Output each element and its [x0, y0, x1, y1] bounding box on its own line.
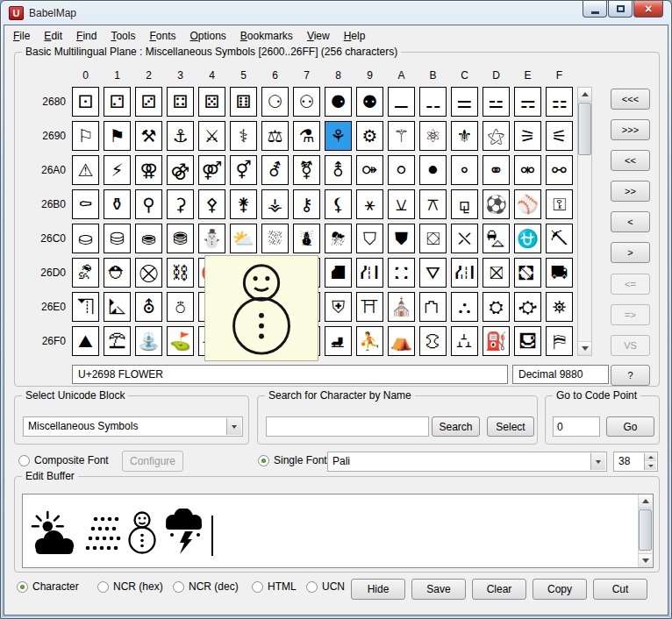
scrollbar-down-button[interactable]	[578, 341, 591, 355]
grid-cell[interactable]: ⚙	[356, 121, 383, 151]
single-font-radio[interactable]: Single Font	[258, 453, 327, 467]
grid-cell[interactable]: ⚹	[356, 189, 383, 219]
grid-cell[interactable]: ⚪	[388, 155, 415, 185]
grid-cell[interactable]: ⚓	[167, 121, 194, 151]
grid-cell[interactable]: ⛏	[546, 224, 573, 253]
cut-button[interactable]: Cut	[593, 579, 647, 600]
grid-cell[interactable]: ⛜	[451, 258, 478, 288]
grid-cell[interactable]: ⛛	[419, 258, 447, 288]
menu-fonts[interactable]: Fonts	[142, 27, 182, 45]
menu-bookmarks[interactable]: Bookmarks	[233, 27, 300, 45]
menu-find[interactable]: Find	[69, 27, 104, 45]
grid-cell[interactable]: ⚻	[419, 189, 447, 219]
grid-cell[interactable]: ⛚	[388, 258, 415, 288]
dropdown-button[interactable]	[226, 418, 241, 435]
menu-edit[interactable]: Edit	[37, 27, 69, 45]
output-mode-ucn[interactable]: UCN	[306, 580, 345, 594]
grid-cell[interactable]: ⛳	[167, 326, 194, 356]
scrollbar-thumb[interactable]	[578, 103, 591, 155]
grid-cell[interactable]: ⛼	[451, 326, 478, 356]
nav-prev-character-button[interactable]: <	[611, 211, 650, 232]
grid-cell[interactable]: ⛞	[514, 258, 541, 288]
grid-cell[interactable]: ⛋	[419, 224, 447, 253]
grid-cell[interactable]: ⛮	[514, 292, 541, 322]
nav-last-page-button[interactable]: >>>	[611, 119, 650, 140]
buffer-scrollbar[interactable]	[638, 494, 653, 567]
grid-cell[interactable]: ⚌	[451, 87, 478, 117]
grid-cell[interactable]: ⚜	[451, 121, 478, 151]
grid-cell[interactable]: ⚤	[198, 155, 225, 185]
grid-cell[interactable]: ⛸	[325, 326, 352, 356]
maximize-button[interactable]	[608, 1, 633, 18]
grid-cell[interactable]: ⛇	[293, 224, 320, 253]
grid-cell[interactable]: ⚕	[230, 121, 257, 151]
grid-cell[interactable]: ⚄	[198, 87, 225, 117]
grid-cell[interactable]: ⚃	[167, 87, 194, 117]
grid-cell[interactable]: ⛅	[230, 224, 257, 253]
grid-cell[interactable]: ⛨	[325, 292, 352, 322]
grid-cell[interactable]: ⚱	[104, 189, 131, 219]
grid-cell[interactable]: ⚋	[419, 87, 447, 117]
grid-cell[interactable]: ⚟	[546, 121, 573, 151]
grid-cell[interactable]: ⛁	[104, 224, 131, 253]
scrollbar-up-button[interactable]	[639, 494, 652, 509]
grid-cell[interactable]: ⚀	[72, 87, 99, 117]
grid-cell[interactable]: ⛒	[135, 258, 162, 288]
grid-cell[interactable]: ⚆	[261, 87, 289, 117]
copy-button[interactable]: Copy	[533, 579, 587, 600]
scrollbar-up-button[interactable]	[578, 88, 591, 102]
font-combo[interactable]: Pali	[327, 452, 607, 472]
grid-cell[interactable]: ⚫	[419, 155, 447, 185]
grid-cell[interactable]: ⚣	[167, 155, 194, 185]
grid-cell[interactable]: ⛹	[356, 326, 383, 356]
grid-cell[interactable]: ⚸	[325, 189, 352, 219]
grid-cell[interactable]: ⛑	[104, 258, 131, 288]
scrollbar-thumb[interactable]	[639, 509, 652, 551]
grid-cell[interactable]: ⚽	[483, 189, 510, 219]
grid-cell[interactable]: ⛪	[388, 292, 415, 322]
grid-cell[interactable]: ⛐	[72, 258, 99, 288]
grid-cell[interactable]: ⛩	[356, 292, 383, 322]
grid-cell[interactable]: ⚮	[514, 155, 541, 185]
grid-cell[interactable]: ⚂	[135, 87, 162, 117]
grid-cell[interactable]: ⚠	[72, 155, 99, 185]
scrollbar-down-button[interactable]	[639, 553, 652, 567]
minimize-button[interactable]	[583, 1, 607, 18]
grid-cell[interactable]: ⛉	[356, 224, 383, 253]
grid-cell[interactable]: ⛱	[104, 326, 131, 356]
nav-first-page-button[interactable]: <<<	[611, 89, 650, 110]
search-button[interactable]: Search	[432, 416, 480, 437]
grid-cell[interactable]: ⚗	[293, 121, 320, 151]
dropdown-button[interactable]	[590, 453, 605, 470]
grid-cell[interactable]: ⛃	[167, 224, 194, 253]
grid-cell[interactable]: ⚿	[546, 189, 573, 219]
output-mode-html[interactable]: HTML	[252, 580, 297, 594]
grid-cell[interactable]: ⚎	[514, 87, 541, 117]
grid-cell[interactable]: ⚒	[135, 121, 162, 151]
composite-font-radio[interactable]: Composite Font	[18, 453, 109, 467]
grid-cell[interactable]: ⚲	[135, 189, 162, 219]
grid-cell[interactable]: ⚬	[451, 155, 478, 185]
grid-cell[interactable]: ⛌	[451, 224, 478, 253]
grid-cell[interactable]: ⚵	[230, 189, 257, 219]
grid-cell[interactable]: ⛍	[483, 224, 510, 253]
grid-cell[interactable]: ⛣	[167, 292, 194, 322]
grid-cell[interactable]: ⚘	[325, 121, 352, 151]
title-bar[interactable]: U BabelMap ×	[1, 1, 671, 25]
nav-character-properties-button[interactable]: ?	[611, 365, 650, 386]
grid-cell[interactable]: ⚩	[356, 155, 383, 185]
grid-cell[interactable]: ⚥	[230, 155, 257, 185]
grid-cell[interactable]: ⛫	[419, 292, 447, 322]
grid-cell[interactable]: ⛠	[72, 292, 99, 322]
grid-cell[interactable]: ⚇	[293, 87, 320, 117]
grid-cell[interactable]: ⚚	[388, 121, 415, 151]
grid-cell[interactable]: ⚉	[356, 87, 383, 117]
grid-cell[interactable]: ⛘	[325, 258, 352, 288]
menu-options[interactable]: Options	[182, 27, 232, 45]
grid-cell[interactable]: ⛓	[167, 258, 194, 288]
menu-view[interactable]: View	[300, 27, 337, 45]
menu-file[interactable]: File	[6, 27, 37, 45]
output-mode-ncr-hex[interactable]: NCR (hex)	[97, 580, 163, 594]
grid-cell[interactable]: ⛂	[135, 224, 162, 253]
grid-cell[interactable]: ⚅	[230, 87, 257, 117]
